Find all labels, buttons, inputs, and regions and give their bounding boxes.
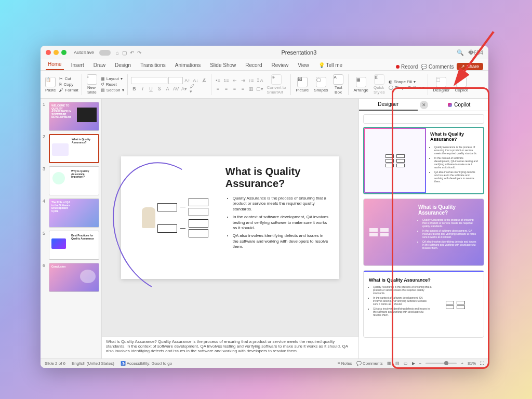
reading-view-icon[interactable]: ▭ — [404, 361, 408, 366]
section-button[interactable]: ▤ Section ▾ — [101, 88, 124, 92]
tab-insert[interactable]: Insert — [69, 61, 86, 70]
design-suggestion-3[interactable]: What is Quality Assurance?Quality Assura… — [363, 270, 484, 338]
language-indicator[interactable]: English (United States) — [72, 361, 114, 366]
link-icon[interactable]: �654 — [468, 49, 483, 56]
comments-toggle[interactable]: 💬 Comments — [421, 64, 454, 70]
align-center-icon[interactable]: ≡ — [223, 85, 230, 92]
slide-bullets[interactable]: Quality Assurance is the process of ensu… — [225, 196, 330, 250]
thumb-1[interactable]: 1WELCOME TO QUALITY ASSURANCE IN SOFTWAR… — [43, 102, 99, 131]
shapes-button[interactable]: ◯Shapes — [312, 76, 329, 94]
spacing-icon[interactable]: AV — [172, 85, 180, 92]
thumb-4[interactable]: 4The Role of QA in the Software Developm… — [43, 198, 99, 228]
numbering-icon[interactable]: 1≡ — [223, 77, 230, 84]
font-family-select[interactable] — [131, 77, 167, 84]
text-direction-icon[interactable]: ↧A — [256, 77, 263, 84]
indent-inc-icon[interactable]: ⇥ — [240, 77, 247, 84]
tab-record[interactable]: Record — [243, 61, 264, 70]
share-button[interactable]: ↗ Share — [457, 63, 483, 70]
copy-button[interactable]: ⎘ Copy — [59, 82, 78, 87]
maximize-window-button[interactable] — [61, 50, 66, 55]
designer-tab[interactable]: Designer — [359, 99, 418, 111]
columns-icon[interactable]: ▥ — [248, 85, 255, 92]
clear-format-icon[interactable]: A̸ — [201, 77, 208, 84]
shadow-icon[interactable]: A — [164, 85, 171, 92]
decrease-font-icon[interactable]: A↓ — [192, 77, 200, 84]
convert-smartart-button[interactable]: ◈Convert to SmartArt — [265, 73, 288, 96]
slideshow-view-icon[interactable]: ▶ — [412, 361, 415, 366]
tab-design[interactable]: Design — [113, 61, 133, 70]
justify-icon[interactable]: ≡ — [240, 85, 247, 92]
autosave-toggle[interactable] — [99, 50, 111, 56]
tab-review[interactable]: Review — [269, 61, 290, 70]
bullets-icon[interactable]: •≡ — [215, 77, 222, 84]
zoom-in-icon[interactable]: + — [461, 361, 463, 366]
line-spacing-icon[interactable]: ↕≡ — [248, 77, 255, 84]
design-suggestion-2[interactable]: What is Quality Assurance?Quality Assura… — [363, 198, 484, 266]
undo-icon[interactable]: ↶ — [130, 50, 134, 56]
designer-search[interactable] — [363, 114, 484, 124]
increase-font-icon[interactable]: A↑ — [184, 77, 191, 84]
zoom-level[interactable]: 81% — [468, 361, 476, 366]
tab-animations[interactable]: Animations — [173, 61, 203, 70]
align-right-icon[interactable]: ≡ — [231, 85, 238, 92]
minimize-window-button[interactable] — [54, 50, 59, 55]
shape-fill-button[interactable]: ◐ Shape Fill ▾ — [389, 79, 425, 84]
zoom-out-icon[interactable]: − — [419, 361, 422, 366]
home-icon[interactable]: ⌂ — [116, 50, 119, 56]
tell-me[interactable]: 💡 Tell me — [316, 61, 344, 70]
font-color-icon[interactable]: A▾ — [181, 85, 188, 92]
reset-button[interactable]: ↺ Reset — [101, 82, 124, 87]
thumb-5[interactable]: 5Best Practices for Quality Assurance — [43, 231, 99, 260]
format-painter-button[interactable]: 🖌 Format — [59, 88, 78, 92]
search-icon[interactable]: 🔍 — [457, 49, 464, 56]
layout-button[interactable]: ▦ Layout ▾ — [101, 76, 124, 81]
tab-slideshow[interactable]: Slide Show — [208, 61, 238, 70]
picture-button[interactable]: 🖼Picture — [294, 76, 310, 94]
arrange-button[interactable]: ▦Arrange — [352, 76, 369, 94]
new-slide-button[interactable]: ▫New Slide — [85, 73, 99, 96]
cut-button[interactable]: ✂ Cut — [59, 76, 78, 81]
copilot-button[interactable]: Copilot — [453, 76, 469, 94]
paste-button[interactable]: 📋Paste — [44, 76, 57, 94]
record-button[interactable]: Record — [396, 64, 418, 70]
underline-icon[interactable]: U — [148, 85, 155, 92]
notes-button[interactable]: ≡ Notes — [338, 361, 352, 366]
copilot-tab[interactable]: Copilot — [430, 99, 489, 111]
quick-styles-button[interactable]: ◧Quick Styles — [372, 73, 387, 96]
designer-button[interactable]: ⬚Designer — [431, 76, 451, 94]
zoom-slider[interactable] — [425, 363, 457, 364]
close-window-button[interactable] — [46, 50, 51, 55]
thumb-2[interactable]: 2What is Quality Assurance? — [43, 134, 99, 163]
align-left-icon[interactable]: ≡ — [215, 85, 222, 92]
strike-icon[interactable]: S̶ — [156, 85, 163, 92]
highlight-icon[interactable]: 🖍▾ — [189, 85, 196, 92]
slide-counter[interactable]: Slide 2 of 6 — [45, 361, 65, 366]
shape-outline-button[interactable]: ◯ Shape Outline ▾ — [389, 85, 425, 90]
textbox-button[interactable]: AText Box — [331, 73, 345, 96]
designer-close-icon[interactable]: ✕ — [420, 101, 428, 109]
normal-view-icon[interactable]: ▦ — [387, 361, 391, 366]
align-text-icon[interactable]: ▢▾ — [256, 85, 263, 92]
design-suggestion-1[interactable]: What is Quality Assurance?Quality Assura… — [363, 127, 484, 194]
comments-button[interactable]: 💬 Comments — [356, 361, 383, 366]
slide-area[interactable]: What is Quality Assurance? Quality Assur… — [102, 99, 358, 337]
fit-icon[interactable]: ⛶ — [480, 361, 484, 366]
save-icon[interactable]: ▢ — [122, 50, 127, 56]
bold-icon[interactable]: B — [131, 85, 138, 92]
redo-icon[interactable]: ↷ — [137, 50, 141, 56]
tab-draw[interactable]: Draw — [91, 61, 108, 70]
tab-view[interactable]: View — [296, 61, 311, 70]
notes-pane[interactable]: What is Quality Assurance? Quality Assur… — [102, 337, 358, 358]
tab-transitions[interactable]: Transitions — [138, 61, 168, 70]
slide-title[interactable]: What is Quality Assurance? — [225, 166, 330, 190]
slide-thumbnails[interactable]: 1WELCOME TO QUALITY ASSURANCE IN SOFTWAR… — [41, 99, 102, 358]
accessibility-status[interactable]: ♿ Accessibility: Good to go — [121, 361, 172, 366]
sorter-view-icon[interactable]: ▤ — [395, 361, 400, 366]
indent-dec-icon[interactable]: ⇤ — [231, 77, 238, 84]
font-size-select[interactable] — [168, 77, 183, 84]
tab-home[interactable]: Home — [46, 60, 64, 70]
thumb-6[interactable]: 6Conclusion — [43, 263, 99, 292]
italic-icon[interactable]: I — [139, 85, 147, 92]
thumb-3[interactable]: 3Why is Quality Assurance Important? — [43, 166, 99, 195]
slide[interactable]: What is Quality Assurance? Quality Assur… — [121, 156, 339, 279]
